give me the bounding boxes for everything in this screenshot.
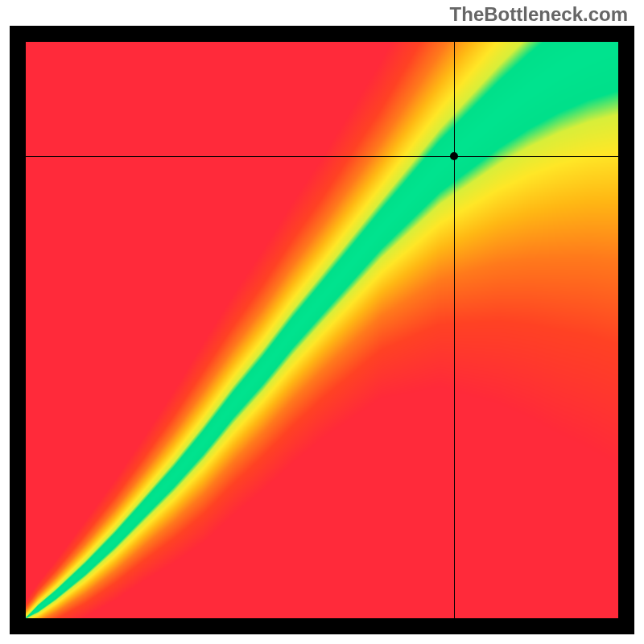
watermark-text: TheBottleneck.com [450,3,628,26]
heatmap-canvas [26,42,618,618]
chart-frame [10,26,634,634]
chart-container: TheBottleneck.com [0,0,644,644]
plot-area [26,42,618,618]
